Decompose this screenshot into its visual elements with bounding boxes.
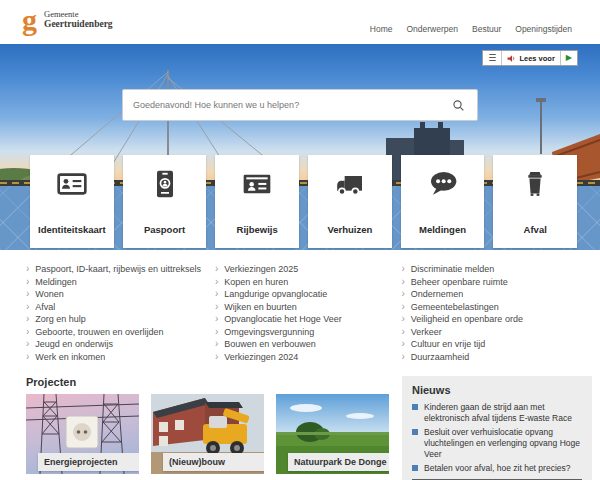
chevron-right-icon: › [401,302,404,312]
topic-link[interactable]: ›Cultuur en vrije tijd [401,339,574,352]
municipality-logo[interactable]: g Gemeente Geertruidenberg [22,7,113,33]
topic-link[interactable]: ›Verkeer [401,327,574,340]
topic-column-1: ›Paspoort, ID-kaart, rijbewijs en uittre… [26,264,201,364]
chevron-right-icon: › [401,289,404,299]
topic-column-3: ›Discriminatie melden ›Beheer openbare r… [401,264,574,364]
tile-verhuizen[interactable]: Verhuizen [308,155,392,248]
tile-label: Identiteitskaart [38,224,106,235]
speech-bubble-icon [427,168,459,200]
chevron-right-icon: › [401,339,404,349]
topic-link[interactable]: ›Wonen [26,289,201,302]
logo-text: Gemeente Geertruidenberg [44,7,113,29]
drivers-license-icon [241,168,273,200]
logo-line2: Geertruidenberg [44,19,113,29]
topic-link[interactable]: ›Jeugd en onderwijs [26,339,201,352]
logo-line1: Gemeente [44,9,113,19]
project-card-energieprojecten[interactable]: Energieprojecten [26,394,139,474]
topic-link[interactable]: ›Ondernemen [401,289,574,302]
topic-link[interactable]: ›Geboorte, trouwen en overlijden [26,327,201,340]
tile-meldingen[interactable]: Meldingen [401,155,485,248]
play-icon: ▶ [566,54,572,62]
news-heading: Nieuws [412,384,582,396]
hero-banner: ☰ Lees voor ▶ [0,44,600,250]
topic-link[interactable]: ›Opvanglocatie het Hoge Veer [215,314,388,327]
square-bullet-icon [412,465,418,471]
site-header: g Gemeente Geertruidenberg Home Onderwer… [0,0,600,44]
search-input[interactable] [133,100,450,110]
service-tiles: Identiteitskaart Paspoort Rijbew [30,155,577,248]
tile-paspoort[interactable]: Paspoort [123,155,207,248]
chevron-right-icon: › [26,277,29,287]
topic-link[interactable]: ›Veiligheid en openbare orde [401,314,574,327]
chevron-right-icon: › [26,327,29,337]
nav-onderwerpen[interactable]: Onderwerpen [406,24,458,34]
projects-section: Projecten [26,376,390,480]
topic-link[interactable]: ›Langdurige opvanglocatie [215,289,388,302]
topic-link[interactable]: ›Verkiezingen 2024 [215,352,388,365]
topic-link[interactable]: ›Meldingen [26,277,201,290]
square-bullet-icon [412,429,418,435]
chevron-right-icon: › [26,314,29,324]
project-card-nieuwbouw[interactable]: (Nieuw)bouw [151,394,264,474]
topic-link[interactable]: ›Gemeentebelastingen [401,302,574,315]
topic-link[interactable]: ›Wijken en buurten [215,302,388,315]
readspeaker-play-button[interactable]: ▶ [560,51,577,65]
chevron-right-icon: › [26,264,29,274]
hamburger-icon: ☰ [488,54,496,63]
chevron-right-icon: › [26,339,29,349]
topic-link[interactable]: ›Werk en inkomen [26,352,201,365]
tile-rijbewijs[interactable]: Rijbewijs [215,155,299,248]
search-icon [452,99,465,112]
readspeaker-menu-button[interactable]: ☰ [483,51,501,65]
waste-container-icon [519,168,551,200]
chevron-right-icon: › [215,289,218,299]
topic-link[interactable]: ›Duurzaamheid [401,352,574,365]
chevron-right-icon: › [401,277,404,287]
nav-openingstijden[interactable]: Openingstijden [515,24,572,34]
id-card-icon [56,168,88,200]
readspeaker-toolbar: ☰ Lees voor ▶ [482,50,578,66]
readspeaker-label: Lees voor [519,54,554,63]
tile-label: Afval [524,224,547,235]
topic-link[interactable]: ›Omgevingsvergunning [215,327,388,340]
tile-identiteitskaart[interactable]: Identiteitskaart [30,155,114,248]
topic-link[interactable]: ›Zorg en hulp [26,314,201,327]
news-panel: Nieuws Kinderen gaan de strijd aan met e… [402,376,592,480]
search-bar [122,89,478,121]
speaker-icon [507,54,516,63]
main-nav: Home Onderwerpen Bestuur Openingstijden [370,7,572,34]
chevron-right-icon: › [26,289,29,299]
news-item[interactable]: Kinderen gaan de strijd aan met elektron… [412,402,582,424]
tile-afval[interactable]: Afval [493,155,577,248]
topic-link[interactable]: ›Verkiezingen 2025 [215,264,388,277]
topic-link-columns: ›Paspoort, ID-kaart, rijbewijs en uittre… [0,250,600,364]
search-button[interactable] [450,97,467,114]
nav-bestuur[interactable]: Bestuur [472,24,501,34]
projects-heading: Projecten [26,376,390,388]
topic-column-2: ›Verkiezingen 2025 ›Kopen en huren ›Lang… [215,264,388,364]
chevron-right-icon: › [401,314,404,324]
chevron-right-icon: › [215,302,218,312]
chevron-right-icon: › [215,314,218,324]
topic-link[interactable]: ›Kopen en huren [215,277,388,290]
nav-home[interactable]: Home [370,24,393,34]
tile-label: Rijbewijs [237,224,278,235]
readspeaker-listen-button[interactable]: Lees voor [501,51,559,65]
topic-link[interactable]: ›Discriminatie melden [401,264,574,277]
news-item[interactable]: Betalen voor afval, hoe zit het precies? [412,463,582,474]
moving-truck-icon [334,168,366,200]
project-card-natuurpark[interactable]: Natuurpark De Donge [276,394,389,474]
news-item[interactable]: Besluit over verhuislocatie opvang vluch… [412,427,582,460]
topic-link[interactable]: ›Afval [26,302,201,315]
chevron-right-icon: › [401,352,404,362]
topic-link[interactable]: ›Beheer openbare ruimte [401,277,574,290]
chevron-right-icon: › [401,327,404,337]
project-card-label: (Nieuw)bouw [163,453,264,471]
topic-link[interactable]: ›Bouwen en verbouwen [215,339,388,352]
square-bullet-icon [412,404,418,410]
chevron-right-icon: › [215,264,218,274]
tile-label: Verhuizen [327,224,372,235]
logo-g-icon: g [22,7,37,33]
topic-link[interactable]: ›Paspoort, ID-kaart, rijbewijs en uittre… [26,264,201,277]
bottom-section: Projecten [0,364,600,480]
